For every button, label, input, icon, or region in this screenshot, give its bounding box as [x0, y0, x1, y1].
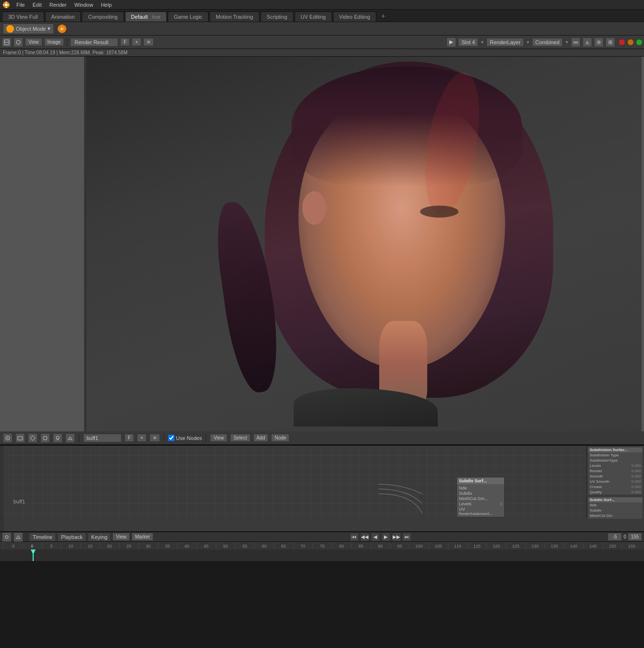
ruler-mark-15: 15: [80, 543, 99, 549]
node-icon-6[interactable]: [65, 433, 75, 443]
svg-rect-9: [573, 41, 578, 44]
tab-default[interactable]: Default true: [125, 12, 167, 22]
ruler-mark-40: 40: [177, 543, 196, 549]
timeline-view-btn[interactable]: View: [112, 533, 130, 541]
mini-node-subdiv-2[interactable]: Subdiv Surf... Nde Subdiv MeshCut Gm Lev…: [588, 497, 643, 519]
timeline-sep-1: [26, 533, 26, 541]
node-icon-3[interactable]: [28, 433, 37, 443]
node-editor-toolbar: buff1 F + ✕ Use Nodes View Select Add No…: [0, 431, 644, 445]
tab-scripting[interactable]: Scripting: [260, 12, 294, 22]
mode-select[interactable]: Object Mode ▾: [3, 24, 54, 34]
save-render-icon[interactable]: [582, 37, 592, 47]
tab-animation[interactable]: Animation: [45, 12, 81, 22]
transport-prev-frame[interactable]: ◀: [371, 533, 380, 541]
render-scope-icon[interactable]: [571, 37, 581, 47]
ruler-mark-130: 130: [525, 543, 545, 549]
node-add-button[interactable]: +: [137, 434, 147, 442]
node-add-menu-button[interactable]: Add: [253, 434, 269, 442]
ruler-mark-70: 70: [293, 543, 312, 549]
ruler-mark-minus5: -5: [3, 543, 22, 549]
slot-dropdown-icon: ▾: [481, 39, 483, 45]
node-close-button[interactable]: ✕: [149, 434, 160, 442]
end-frame-input[interactable]: 155: [628, 533, 642, 541]
ruler-mark-55: 55: [235, 543, 254, 549]
node-view-button[interactable]: View: [210, 434, 227, 442]
node-icon-4[interactable]: [40, 433, 50, 443]
menu-file[interactable]: File: [12, 1, 29, 9]
combined-select[interactable]: Combined: [532, 38, 563, 47]
timeline-cursor-head: [31, 550, 36, 554]
transport-next-frame[interactable]: ▶▶: [392, 533, 401, 541]
ruler-marks: -5 0 5 10 15 20 25 30 35 40 45 50 55 60 …: [3, 543, 641, 549]
menu-window[interactable]: Window: [71, 1, 97, 9]
node-icon-2[interactable]: [15, 433, 25, 443]
ruler-mark-140: 140: [564, 543, 583, 549]
node-name-field[interactable]: buff1: [83, 434, 122, 442]
render-output-image: [84, 57, 644, 431]
toolbar-icon-2[interactable]: [13, 37, 23, 47]
mini-node-1-row-5: Smooth0.000: [588, 474, 643, 479]
node-node-button[interactable]: Node: [271, 434, 289, 442]
tab-compositing[interactable]: Compositing: [82, 12, 124, 22]
keying-select[interactable]: Keying: [88, 533, 111, 541]
svg-point-10: [597, 40, 601, 44]
timeline-ruler[interactable]: -5 0 5 10 15 20 25 30 35 40 45 50 55 60 …: [0, 542, 644, 550]
toolbar-icon-1[interactable]: [2, 37, 12, 47]
timeline-marker-btn[interactable]: Marker: [132, 533, 153, 541]
slot-select[interactable]: Slot 4: [458, 38, 478, 47]
tab-3d-view-full[interactable]: 3D View Full: [2, 12, 44, 22]
tab-uv-editing[interactable]: UV Editing: [295, 12, 332, 22]
subdiv-node-center[interactable]: Subdiv Surf... Nde Subdiv MeshCut Gm... …: [457, 477, 505, 517]
use-nodes-toggle[interactable]: Use Nodes: [168, 435, 202, 441]
image-button[interactable]: Image: [44, 38, 64, 46]
timeline-toolbar: Timeline Playback Keying View Marker ⏮ ◀…: [0, 532, 644, 542]
timeline-cursor: [33, 550, 34, 561]
menu-edit[interactable]: Edit: [29, 1, 46, 9]
status-text: Frame:0 | Time:08:04.19 | Mem:228.68M, P…: [3, 50, 127, 55]
subdiv-row-6: RenderSubdivisionS...: [459, 512, 502, 515]
image-name-field[interactable]: Render Result: [70, 38, 118, 47]
ruler-mark-125: 125: [506, 543, 525, 549]
node-canvas[interactable]: buff1 Subdiv Surf... Nde Subdiv MeshCut …: [4, 446, 586, 519]
tab-motion-tracking[interactable]: Motion Tracking: [210, 12, 260, 22]
copy-render-icon[interactable]: [594, 37, 604, 47]
ruler-mark-5: 5: [42, 543, 61, 549]
subdiv-row-3: MeshCut Gm...: [459, 496, 502, 501]
svg-point-8: [16, 40, 20, 44]
timeline-icon-1[interactable]: [2, 532, 12, 542]
f-button[interactable]: F: [120, 38, 130, 46]
ruler-mark-110: 110: [448, 543, 467, 549]
node-icon-1[interactable]: [3, 433, 12, 443]
mini-node-subdivision-1[interactable]: Subdivision Surfac... Subdivision Type S…: [588, 447, 643, 495]
add-image-button[interactable]: +: [132, 38, 141, 46]
render-preview-icon[interactable]: [446, 37, 456, 47]
timeline-icon-2[interactable]: [13, 532, 23, 542]
transport-skip-start[interactable]: ⏮: [350, 533, 359, 541]
tab-video-editing[interactable]: Video Editing: [333, 12, 377, 22]
mini-node-1-row-8: Quality0.000: [588, 489, 643, 495]
green-status-dot: [636, 39, 642, 45]
view-button[interactable]: View: [25, 38, 42, 46]
transport-prev-key[interactable]: ◀◀: [360, 533, 369, 541]
paste-render-icon[interactable]: [606, 37, 615, 47]
playback-select[interactable]: Playback: [58, 533, 86, 541]
node-icon-5[interactable]: [53, 433, 62, 443]
timeline-track[interactable]: [0, 550, 644, 561]
node-select-button[interactable]: Select: [230, 434, 250, 442]
menu-help[interactable]: Help: [97, 1, 116, 9]
node-f-button[interactable]: F: [124, 434, 134, 442]
ruler-mark-30: 30: [138, 543, 158, 549]
add-workspace-tab-button[interactable]: +: [377, 10, 389, 22]
close-image-button[interactable]: ✕: [143, 38, 154, 46]
use-nodes-checkbox[interactable]: [168, 435, 174, 441]
transport-play[interactable]: ▶: [382, 533, 390, 541]
tab-game-logic[interactable]: Game Logic: [168, 12, 209, 22]
menu-render[interactable]: Render: [46, 1, 71, 9]
node-toolbar-sep-3: [206, 434, 206, 442]
start-frame-input[interactable]: -5: [607, 533, 622, 541]
timeline-label: Timeline: [29, 533, 56, 541]
transport-skip-end[interactable]: ⏭: [403, 533, 411, 541]
tab-default-close[interactable]: true: [152, 14, 161, 20]
render-layer-select[interactable]: RenderLayer: [486, 38, 524, 47]
mode-bar: Object Mode ▾ ⊕: [0, 22, 644, 36]
